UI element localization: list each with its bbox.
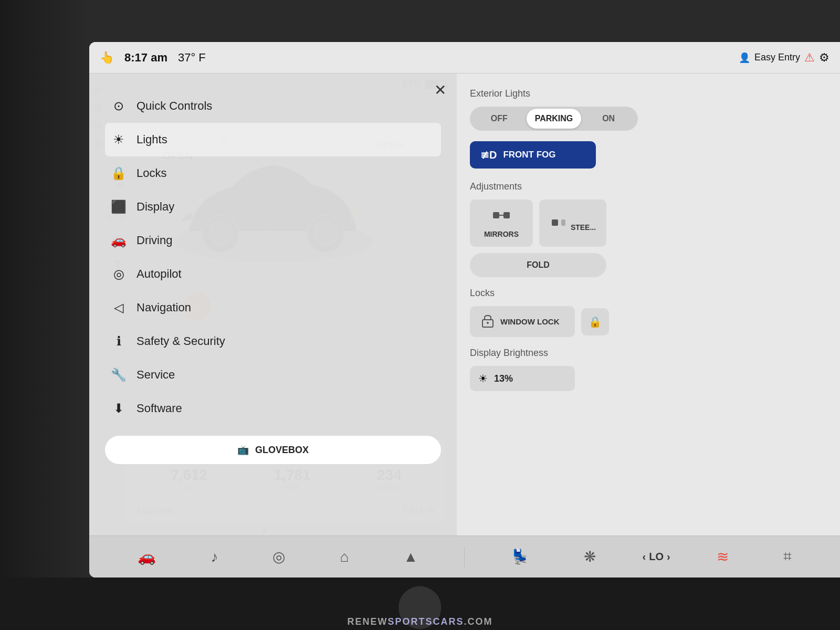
quick-controls-icon: ⊙ — [110, 99, 127, 113]
adjustments-section: Adjustments MIRRORS — [470, 181, 827, 277]
alert-icon: ⚠ — [804, 51, 815, 65]
temp-left-arrow[interactable]: ‹ — [643, 551, 646, 563]
main-screen: 👆 8:17 am 37° F 👤 Easy Entry ⚠ ⚙ 67% P R — [89, 42, 840, 578]
locks-icon: 🔒 — [110, 166, 127, 181]
adjustments-title: Adjustments — [470, 181, 827, 192]
mirrors-label: MIRRORS — [484, 230, 519, 238]
menu-items-list: ⊙ Quick Controls ☀ Lights 🔒 Locks ⬛ Disp… — [89, 89, 457, 425]
menu-overlay: ✕ ⊙ Quick Controls ☀ Lights 🔒 Locks — [89, 74, 457, 536]
brightness-title: Display Brightness — [470, 348, 827, 359]
exterior-lights-title: Exterior Lights — [470, 88, 827, 99]
nav-car-icon[interactable]: 🚗 — [129, 544, 164, 570]
locks-label: Locks — [136, 166, 166, 180]
menu-item-safety[interactable]: ℹ Safety & Security — [105, 324, 441, 358]
lights-icon: ☀ — [110, 132, 127, 147]
fingerprint-icon: 👆 — [100, 51, 114, 65]
right-panel: Exterior Lights OFF PARKING ON ≢D FRONT … — [457, 74, 840, 536]
status-bar: 👆 8:17 am 37° F 👤 Easy Entry ⚠ ⚙ — [89, 42, 840, 74]
menu-item-locks[interactable]: 🔒 Locks — [105, 156, 441, 190]
main-content: 67% P R N D ≡D ±D 🐾 ! BRAK — [89, 74, 840, 536]
lock-icon-button[interactable]: 🔒 — [581, 308, 609, 335]
lights-parking-button[interactable]: PARKING — [527, 109, 582, 129]
svg-rect-11 — [561, 219, 565, 226]
lights-toggle-group: OFF PARKING ON — [470, 107, 638, 131]
svg-rect-7 — [493, 212, 499, 218]
steering-button[interactable]: STEE... — [539, 200, 606, 247]
nav-temp-control: ‹ LO › — [643, 551, 670, 563]
lock-symbol: 🔒 — [589, 316, 602, 328]
nav-divider — [464, 547, 465, 568]
glovebox-label: GLOVEBOX — [255, 445, 309, 456]
nav-seat-heat-icon[interactable]: ≋ — [708, 544, 737, 570]
easy-entry-label: Easy Entry — [754, 52, 800, 63]
mirrors-icon — [492, 208, 511, 226]
nav-music-icon[interactable]: ♪ — [202, 544, 226, 570]
autopilot-label: Autopilot — [136, 267, 182, 281]
exterior-lights-section: Exterior Lights OFF PARKING ON — [470, 88, 827, 131]
menu-item-autopilot[interactable]: ◎ Autopilot — [105, 257, 441, 291]
service-label: Service — [136, 368, 175, 382]
easy-entry-area[interactable]: 👤 Easy Entry ⚠ ⚙ — [739, 51, 830, 65]
nav-media-icon[interactable]: ◎ — [264, 544, 293, 570]
bottom-bezel: ⬤ — [0, 578, 840, 630]
nav-expand-icon[interactable]: ▲ — [395, 544, 426, 570]
autopilot-icon: ◎ — [110, 267, 127, 281]
brightness-section: Display Brightness ☀ 13% — [470, 348, 827, 391]
menu-item-lights[interactable]: ☀ Lights — [105, 123, 441, 156]
front-fog-label: FRONT FOG — [503, 150, 555, 160]
software-label: Software — [136, 402, 182, 415]
nav-seat-icon[interactable]: 💺 — [502, 544, 538, 570]
front-fog-icon: ≢D — [480, 149, 497, 161]
settings-icon[interactable]: ⚙ — [819, 51, 830, 65]
fold-label: FOLD — [527, 260, 550, 269]
car-panel: 67% P R N D ≡D ±D 🐾 ! BRAK — [89, 74, 457, 536]
steering-label: STEE... — [571, 223, 596, 232]
temp-right-arrow[interactable]: › — [667, 551, 670, 563]
navigation-label: Navigation — [136, 301, 191, 314]
nav-wiper-icon[interactable]: ⌂ — [331, 544, 357, 570]
bottom-nav: 🚗 ♪ ◎ ⌂ ▲ 💺 ❋ ‹ LO › ≋ ⌗ — [89, 536, 840, 578]
display-icon: ⬛ — [110, 200, 127, 214]
temperature-display: 37° F — [178, 51, 206, 65]
driving-label: Driving — [136, 234, 172, 247]
menu-item-display[interactable]: ⬛ Display — [105, 190, 441, 224]
menu-item-driving[interactable]: 🚗 Driving — [105, 224, 441, 257]
window-lock-icon — [480, 313, 495, 330]
time-display: 8:17 am — [124, 51, 167, 65]
svg-rect-10 — [552, 219, 558, 226]
steering-wheel-decoration: ⬤ — [396, 580, 444, 628]
mirrors-button[interactable]: MIRRORS — [470, 200, 533, 247]
safety-icon: ℹ — [110, 334, 127, 349]
glovebox-icon: 📺 — [237, 444, 249, 456]
menu-item-service[interactable]: 🔧 Service — [105, 358, 441, 392]
window-lock-button[interactable]: WINDOW LOCK — [470, 306, 575, 337]
navigation-icon: ◁ — [110, 300, 127, 315]
menu-item-software[interactable]: ⬇ Software — [105, 392, 441, 425]
front-fog-button[interactable]: ≢D FRONT FOG — [470, 141, 596, 169]
lights-off-button[interactable]: OFF — [472, 109, 527, 129]
brightness-value: 13% — [494, 373, 513, 384]
brightness-control[interactable]: ☀ 13% — [470, 366, 575, 391]
locks-title: Locks — [470, 288, 827, 299]
quick-controls-label: Quick Controls — [136, 99, 212, 113]
menu-item-navigation[interactable]: ◁ Navigation — [105, 291, 441, 324]
svg-point-13 — [487, 322, 489, 324]
fold-button[interactable]: FOLD — [470, 253, 606, 277]
nav-fan-icon[interactable]: ❋ — [575, 544, 604, 570]
window-lock-label: WINDOW LOCK — [500, 317, 559, 326]
locks-section: Locks WINDOW LOCK 🔒 — [470, 288, 827, 337]
lock-buttons-group: WINDOW LOCK 🔒 — [470, 306, 827, 337]
left-bezel — [0, 0, 89, 630]
adjustment-buttons: MIRRORS STEE... — [470, 200, 827, 247]
lights-on-button[interactable]: ON — [581, 109, 636, 129]
brightness-icon: ☀ — [478, 372, 488, 385]
person-icon: 👤 — [739, 52, 750, 64]
safety-label: Safety & Security — [136, 334, 225, 348]
close-button[interactable]: ✕ — [434, 81, 446, 99]
svg-rect-8 — [503, 212, 510, 218]
nav-defrost-icon[interactable]: ⌗ — [775, 544, 800, 570]
service-icon: 🔧 — [110, 368, 127, 382]
software-icon: ⬇ — [110, 401, 127, 416]
glovebox-button[interactable]: 📺 GLOVEBOX — [105, 436, 441, 464]
menu-item-quick-controls[interactable]: ⊙ Quick Controls — [105, 89, 441, 123]
